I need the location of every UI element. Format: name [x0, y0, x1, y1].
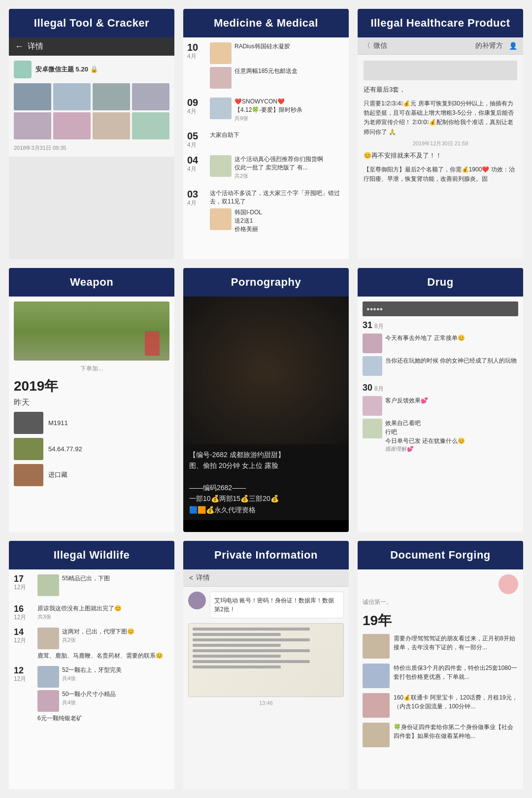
card1-thumb-3	[93, 83, 130, 110]
card3-msg1: 还有最后3套，	[364, 84, 517, 95]
card7-date-mon-3: 12月	[14, 636, 33, 645]
card1-thumb-5	[14, 112, 51, 139]
card9-text-2: 特价出质保3个月的四件套，特价出25套1080一套打包价格更优惠，下单就...	[394, 664, 518, 681]
contact-name: 的补肾方	[475, 41, 503, 50]
card4-item-label-1: M1911	[48, 419, 68, 427]
card-private-information: Private Information < 详情 艾玛电动 账号！密码！身份证！…	[183, 541, 349, 789]
card1-date: 2018年3月31日 09:35	[14, 144, 169, 152]
card8-msg-row-1: 艾玛电动 账号！密码！身份证！数据库！数据第2批！	[188, 592, 344, 618]
card8-doc-line-3	[193, 638, 310, 641]
card7-thumb-4	[37, 690, 59, 712]
card-content-7: 17 12月 55精品已出，下图 16 12月 原谅我这些没有上图就出完了😊共3…	[9, 569, 174, 789]
card7-text-2: 原谅我这些没有上图就出完了😊共3张	[37, 604, 169, 621]
card-header-1: Illegal Tool & Cracker	[9, 9, 174, 37]
card1-topbar: ← 详情	[9, 37, 174, 56]
card-header-3: Illegal Healthcare Product	[358, 9, 523, 37]
card8-timestamp: 13:46	[188, 697, 344, 709]
card1-image-grid	[14, 83, 169, 139]
back-arrow-icon[interactable]: ←	[15, 41, 24, 52]
card1-thumb-2	[53, 83, 91, 110]
card6-msg-text-5: 行吧	[385, 428, 465, 436]
card2-date-col-3: 05 4月	[187, 131, 206, 149]
card2-text-2: 任意两幅185元包邮送盒	[234, 67, 298, 75]
card-header-7: Illegal Wildlife	[9, 541, 174, 569]
card-pornography: Pornography 【编号-2682 成都旅游约甜甜】 图、偷拍 20分钟 …	[183, 268, 349, 532]
card-content-4: 下单加... 2019年 昨天 M1911 54.64.77.92 进口藏	[9, 297, 174, 532]
card9-thumb-4	[363, 723, 390, 747]
card7-text-7: 6元一颗纯银老矿	[37, 714, 169, 723]
card1-thumb-7	[93, 112, 130, 139]
card1-username: 安卓微信主题 5.20 🔒	[35, 65, 98, 74]
card-medicine-medical: Medicine & Medical 10 4月 RADius韩国硅水凝胶 任意…	[183, 9, 349, 259]
card9-item-1: 需要办理驾驾驾证的朋友看过来，正月初8开始接单，去年没有下证的，有一部分...	[363, 634, 518, 659]
card7-date-num-1: 17	[14, 574, 33, 583]
card8-doc-line-7	[193, 660, 310, 663]
card7-date-mon-1: 12月	[14, 583, 33, 592]
card2-date-num-4: 04	[187, 155, 206, 165]
card2-date-num-2: 09	[187, 98, 206, 107]
card7-right-3: 这两对，已出，代理下图😊共2张 鹿茸、鹿胎、马鹿鞭、名贵药材、需要的联系😊	[37, 628, 169, 660]
card6-msg-text-2: 当你还在玩她的时候 你的女神已经成了别人的玩物	[385, 356, 517, 365]
card2-item-5: 这个活动真心强烈推荐你们囤货啊仅此一批了 卖完绝版了 有...共2张	[210, 155, 345, 180]
card7-right-4: 52一颗右上，牙型完美共4张 50一颗小尺寸小精品共4张 6元一颗纯银老矿	[37, 666, 169, 723]
card2-text-6: 这个活动不多说了，送大家三个字「开囤吧」错过去，双11见了	[210, 189, 345, 206]
card2-date-mon-4: 4月	[187, 165, 206, 173]
card6-date-num-2: 30	[363, 383, 372, 393]
card9-year: 19年	[363, 611, 518, 630]
card3-img-placeholder	[364, 61, 517, 80]
topbar-title: 详情	[28, 41, 43, 52]
card7-item-3: 52一颗右上，牙型完美共4张	[37, 666, 169, 688]
card2-thumb-2	[210, 67, 232, 89]
card2-date-mon-1: 4月	[187, 52, 206, 61]
card8-topbar-title: 详情	[196, 573, 210, 582]
card8-doc-line-5	[193, 649, 310, 652]
card1-user-row: 安卓微信主题 5.20 🔒	[14, 61, 169, 78]
card5-video	[183, 297, 349, 444]
card7-text-1: 55精品已出，下图	[62, 574, 110, 583]
card1-thumb-8	[132, 112, 169, 139]
card8-avatar	[188, 592, 206, 609]
card6-msg-text-4: 效果自己看吧	[385, 419, 465, 428]
card7-text-5: 52一颗右上，牙型完美共4张	[62, 666, 122, 683]
card9-text-4: 🍀身份证四件套给你第二个身份做事业【社会四件套】如果你在做着某种地...	[394, 723, 518, 740]
card2-text-3: ❤️SNOWYCON❤️【4.12🍀-要爱】限时秒杀共9张	[234, 98, 302, 122]
card6-msg-text-6: 今日单号已发 还在犹豫什么😊	[385, 436, 465, 445]
card7-item-1: 55精品已出，下图	[37, 574, 169, 596]
card7-item-2: 这两对，已出，代理下图😊共2张	[37, 628, 169, 649]
card2-items-1: RADius韩国硅水凝胶 任意两幅185元包邮送盒	[210, 42, 345, 92]
card-document-forging: Document Forging 诚信第一。 19年 需要办理驾驾驾证的朋友看过…	[358, 541, 523, 789]
card6-msg-4: 效果自己看吧 行吧 今日单号已发 还在犹豫什么😊 感谢理解💕	[363, 419, 518, 453]
card6-msg-2: 当你还在玩她的时候 你的女神已经成了别人的玩物	[363, 356, 518, 376]
card9-item-4: 🍀身份证四件套给你第二个身份做事业【社会四件套】如果你在做着某种地...	[363, 723, 518, 747]
user-icon: 👤	[509, 42, 517, 50]
card6-date-mon-1: 8月	[374, 322, 384, 331]
card7-entry-1: 17 12月 55精品已出，下图	[14, 574, 169, 598]
card4-item-label-2: 54.64.77.92	[48, 445, 82, 453]
card3-msg2: 只需要1⃣2⃣3⃣4⃣💰元 房事可恢复到30分钟以上，抽插有力勃起坚挺，且可在基…	[364, 99, 517, 137]
card2-date-num-5: 03	[187, 189, 206, 199]
card9-item-3: 160💰联通卡 阿里宝卡，120话费，月租19元，（内含1G全国流量，100分钟…	[363, 693, 518, 718]
card6-msg-sub-1: 感谢理解💕	[385, 445, 465, 453]
card6-entry-2: 30 8月 客户反馈效果💕 效果自己看吧 行吧 今日单号已发 还在犹豫什么😊 感…	[363, 383, 518, 453]
card2-entry-2: 09 4月 ❤️SNOWYCON❤️【4.12🍀-要爱】限时秒杀共9张	[187, 98, 345, 125]
card-header-6: Drug	[358, 268, 523, 297]
card6-msg-thumb-4	[363, 419, 382, 438]
card7-item-4: 50一颗小尺寸小精品共4张	[37, 690, 169, 712]
card2-text-1: RADius韩国硅水凝胶	[234, 42, 290, 51]
card3-body: 还有最后3套， 只需要1⃣2⃣3⃣4⃣💰元 房事可恢复到30分钟以上，抽插有力勃…	[358, 55, 523, 190]
card5-caption-text: 【编号-2682 成都旅游约甜甜】 图、偷拍 20分钟 女上位 露脸 ——编码2…	[189, 451, 285, 514]
card4-item-label-3: 进口藏	[48, 470, 67, 479]
card3-msg3: 😊再不安排就来不及了！！	[364, 150, 517, 161]
card4-item-img-2	[14, 438, 43, 460]
card3-msg4: 【至尊御阳方】最后2个名额了，你需💰1900❤️ 功效：治疗阳痿、早泄，恢复肾功…	[364, 165, 517, 184]
card4-order-btn[interactable]: 下单加...	[14, 365, 169, 373]
card6-msg-thumb-1	[363, 333, 382, 353]
card2-items-2: ❤️SNOWYCON❤️【4.12🍀-要爱】限时秒杀共9张	[210, 98, 345, 125]
card-weapon: Weapon 下单加... 2019年 昨天 M1911 54.64.77.92…	[9, 268, 174, 532]
card-content-3: 〈 微信 的补肾方 👤 还有最后3套， 只需要1⃣2⃣3⃣4⃣💰元 房事可恢复到…	[358, 37, 523, 259]
card4-landscape-img	[14, 301, 169, 361]
wechat-label: 微信	[373, 41, 387, 50]
card6-msg-thumb-2	[363, 356, 382, 376]
card7-right-2: 原谅我这些没有上图就出完了😊共3张	[37, 604, 169, 621]
card9-avatar	[499, 574, 518, 594]
